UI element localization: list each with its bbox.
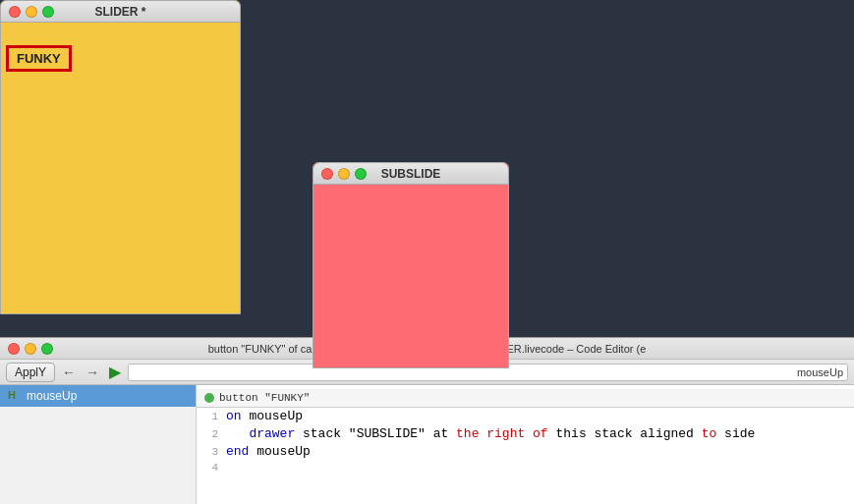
maximize-button[interactable] [42, 6, 54, 18]
object-sidebar: H mouseUp [0, 385, 197, 504]
editor-close-button[interactable] [8, 343, 20, 355]
object-header-label: button "FUNKY" [219, 392, 310, 404]
subslide-content [313, 185, 508, 367]
line-number-3: 3 [197, 446, 226, 458]
line-number-1: 1 [197, 411, 226, 422]
mouseup-label: mouseUp [27, 389, 77, 403]
code-line-4: 4 [197, 461, 854, 478]
subslide-minimize-button[interactable] [338, 168, 350, 180]
forward-button[interactable]: → [83, 363, 102, 382]
code-area: button "FUNKY" 1 on mouseUp 2 drawer sta… [197, 385, 854, 504]
minimize-button[interactable] [26, 6, 37, 18]
code-line-3: 3 end mouseUp [197, 443, 854, 461]
code-line-2: 2 drawer stack "SUBSLIDE" at the right o… [197, 425, 854, 443]
editor-body: H mouseUp button "FUNKY" 1 on mouseUp 2 … [0, 385, 854, 504]
line-content-2: drawer stack "SUBSLIDE" at the right of … [226, 426, 854, 441]
subslide-close-button[interactable] [321, 168, 333, 180]
editor-window-buttons [8, 343, 53, 355]
subslide-titlebar: SUBSLIDE [313, 163, 508, 185]
slider-titlebar: SLIDER * [1, 1, 240, 23]
apply-button[interactable]: ApplY [6, 363, 55, 382]
close-button[interactable] [9, 6, 21, 18]
line-number-2: 2 [197, 428, 226, 440]
code-line-1: 1 on mouseUp [197, 408, 854, 425]
subslide-window-buttons [321, 168, 367, 180]
handler-icon: H [8, 389, 22, 403]
line-content-1: on mouseUp [226, 409, 854, 423]
slider-window-buttons [9, 6, 54, 18]
slider-content: FUNKY [1, 23, 240, 313]
subslide-window-title: SUBSLIDE [381, 167, 441, 181]
object-header: button "FUNKY" [197, 389, 854, 408]
funky-button[interactable]: FUNKY [7, 46, 71, 71]
editor-maximize-button[interactable] [41, 343, 53, 355]
subslide-maximize-button[interactable] [355, 168, 367, 180]
slider-window-title: SLIDER * [94, 5, 145, 19]
subslide-window: SUBSLIDE [313, 162, 509, 368]
status-dot [204, 393, 214, 403]
line-number-4: 4 [197, 462, 226, 474]
slider-window: SLIDER * FUNKY [0, 0, 241, 314]
mouseup-item[interactable]: H mouseUp [0, 385, 196, 407]
line-content-3: end mouseUp [226, 444, 854, 459]
back-button[interactable]: ← [59, 363, 79, 382]
run-button[interactable]: ▶ [106, 361, 124, 383]
editor-minimize-button[interactable] [25, 343, 36, 355]
